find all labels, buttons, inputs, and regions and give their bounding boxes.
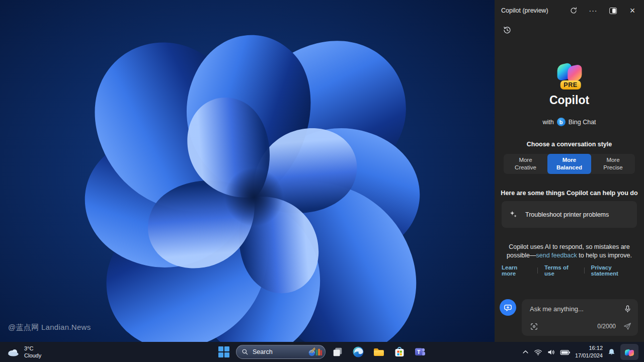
edge-icon — [352, 346, 364, 358]
send-icon — [623, 322, 632, 331]
dock-right-icon — [609, 8, 617, 14]
file-explorer-button[interactable] — [370, 343, 387, 360]
copilot-header: Copilot (preview) ··· × — [495, 0, 644, 21]
style-heading: Choose a conversation style — [495, 141, 644, 148]
taskbar-center: Search — [215, 342, 429, 362]
refresh-icon — [570, 7, 578, 15]
subtitle-suffix: Bing Chat — [569, 119, 596, 126]
microsoft-store-button[interactable] — [391, 343, 408, 360]
conversation-style-tabs: More Creative More Balanced More Precise — [504, 154, 635, 174]
weather-temperature: 3°C — [24, 345, 41, 352]
tray-chevron-button[interactable] — [522, 348, 529, 356]
battery-icon — [560, 348, 571, 356]
new-chat-icon — [503, 303, 513, 312]
suggestion-label: Troubleshoot printer problems — [525, 211, 609, 218]
search-box[interactable]: Search — [236, 345, 326, 359]
divider — [537, 267, 538, 274]
more-options-button[interactable]: ··· — [589, 6, 598, 15]
bing-icon: b — [557, 118, 566, 126]
task-view-icon — [332, 346, 343, 357]
watermark: @蓝点网 Landian.News — [8, 323, 91, 332]
teams-icon: T — [414, 346, 426, 358]
copilot-icon — [624, 346, 635, 357]
input-bottom-row: 0/2000 — [530, 322, 632, 331]
chat-input-box[interactable]: 0/2000 — [522, 299, 638, 336]
style-tab-creative[interactable]: More Creative — [504, 154, 547, 174]
windows-logo-icon — [218, 346, 229, 357]
tray-date: 17/01/2024 — [575, 352, 603, 359]
screenshot-button[interactable] — [530, 322, 538, 331]
system-tray: 16:12 17/01/2024 — [522, 342, 644, 362]
suggestion-card[interactable]: Troubleshoot printer problems — [502, 201, 637, 228]
send-feedback-link[interactable]: send feedback — [536, 252, 577, 259]
copilot-taskbar-button[interactable] — [620, 344, 638, 360]
subtitle: with b Bing Chat — [495, 118, 644, 126]
task-view-button[interactable] — [329, 343, 346, 360]
weather-condition: Cloudy — [24, 352, 41, 359]
microphone-button[interactable] — [623, 305, 632, 313]
tray-time: 16:12 — [575, 344, 603, 352]
notifications-button[interactable] — [607, 348, 616, 356]
copilot-title: Copilot — [495, 94, 644, 107]
chevron-up-icon — [522, 348, 529, 356]
file-explorer-icon — [373, 346, 385, 358]
cloud-icon — [7, 347, 20, 357]
clock-widget[interactable]: 16:12 17/01/2024 — [575, 344, 603, 359]
wallpaper-bloom — [0, 0, 495, 342]
refresh-button[interactable] — [569, 6, 578, 15]
send-button[interactable] — [623, 322, 632, 331]
notification-bell-icon — [607, 348, 616, 356]
desktop-wallpaper: @蓝点网 Landian.News — [0, 0, 495, 342]
terms-of-use-link[interactable]: Terms of use — [544, 264, 578, 277]
search-label: Search — [253, 348, 303, 355]
taskbar: 3°C Cloudy Search — [0, 342, 644, 362]
style-tab-precise[interactable]: More Precise — [591, 154, 635, 174]
new-topic-button[interactable] — [500, 299, 516, 316]
volume-button[interactable] — [547, 348, 555, 356]
edge-button[interactable] — [350, 343, 367, 360]
ellipsis-icon: ··· — [589, 8, 598, 13]
style-tab-balanced[interactable]: More Balanced — [547, 154, 591, 174]
search-icon — [242, 348, 249, 355]
svg-text:T: T — [417, 349, 421, 355]
microsoft-store-icon — [393, 346, 406, 358]
subtitle-prefix: with — [542, 119, 553, 126]
history-icon — [503, 26, 512, 35]
copilot-panel: Copilot (preview) ··· × — [495, 0, 644, 342]
ask-input[interactable] — [530, 305, 619, 313]
volume-icon — [547, 348, 555, 356]
history-button[interactable] — [501, 24, 513, 36]
wifi-button[interactable] — [534, 348, 542, 356]
battery-button[interactable] — [560, 348, 571, 356]
input-area: 0/2000 — [495, 299, 644, 342]
pre-badge: PRE — [560, 80, 581, 89]
header-actions: ··· × — [569, 6, 637, 15]
input-top-row — [530, 305, 632, 313]
screenshot-icon — [530, 322, 538, 331]
close-icon: × — [630, 7, 635, 15]
learn-more-link[interactable]: Learn more — [502, 264, 531, 277]
footer-links: Learn more Terms of use Privacy statemen… — [502, 264, 637, 277]
teams-button[interactable]: T — [412, 343, 429, 360]
screen: @蓝点网 Landian.News Copilot (preview) ··· — [0, 0, 644, 362]
weather-text: 3°C Cloudy — [24, 345, 41, 359]
privacy-statement-link[interactable]: Privacy statement — [591, 264, 637, 277]
disclaimer: Copilot uses AI to respond, so mistakes … — [506, 243, 633, 260]
panel-title: Copilot (preview) — [501, 7, 548, 14]
close-button[interactable]: × — [628, 6, 637, 15]
copilot-logo-wrap: PRE — [554, 55, 585, 85]
wifi-icon — [534, 348, 542, 356]
weather-widget[interactable]: 3°C Cloudy — [0, 345, 41, 359]
microphone-icon — [623, 305, 632, 313]
search-highlight-icon — [307, 347, 323, 357]
dock-sidebar-button[interactable] — [608, 6, 617, 15]
char-counter: 0/2000 — [597, 323, 616, 330]
divider — [584, 267, 585, 274]
sparkle-icon — [509, 210, 518, 219]
start-button[interactable] — [215, 343, 232, 360]
suggestions-heading: Here are some things Copilot can help yo… — [495, 190, 644, 197]
